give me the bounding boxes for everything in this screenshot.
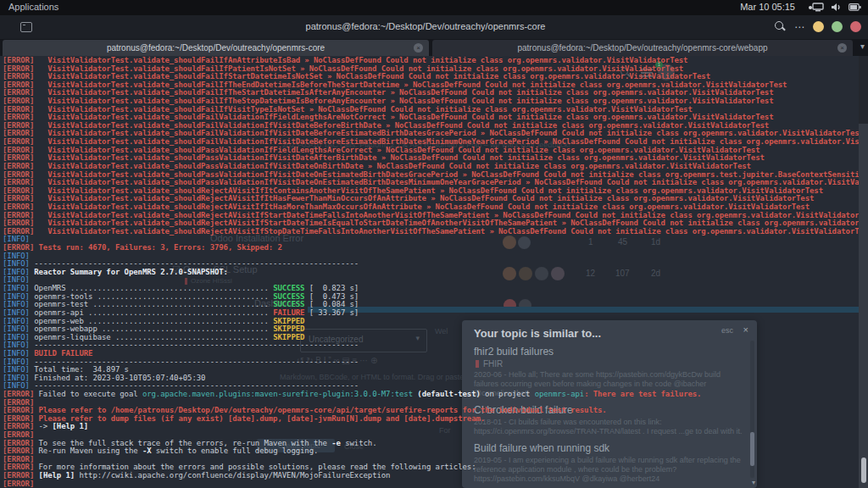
terminal-line: [INFO] — [3, 276, 859, 285]
screen-share-icon[interactable] — [812, 3, 824, 12]
terminal-line: [INFO] ---------------------------------… — [3, 341, 859, 350]
tab-close-icon[interactable]: × — [837, 43, 847, 53]
terminal-line: [ERROR] For more information about the e… — [3, 463, 859, 472]
terminal-line: [INFO] Finished at: 2023-03-10T05:07:40+… — [3, 374, 859, 383]
terminal-line: [INFO] openmrs-api .....................… — [3, 309, 859, 318]
terminal-line: [ERROR] Tests run: 4670, Failures: 3, Er… — [3, 244, 859, 252]
terminal-line: [INFO] BUILD FAILURE — [3, 350, 859, 358]
terminal-line: [ERROR] VisitValidatorTest.validate_shou… — [3, 163, 859, 171]
terminal-line: [ERROR] VisitValidatorTest.validate_shou… — [3, 219, 859, 228]
terminal-line: [ERROR] VisitValidatorTest.validate_shou… — [3, 147, 859, 155]
terminal-line: [INFO] openmrs-webapp ..................… — [3, 325, 859, 334]
window-title: patronus@fedora:~/Desktop/Dev/outreachy/… — [85, 21, 766, 31]
tab-label: patronus@fedora:~/Desktop/Dev/outreachy/… — [517, 43, 767, 53]
terminal-line: [ERROR] VisitValidatorTest.validate_shou… — [3, 73, 859, 81]
terminal-line: [ERROR] -> [Help 1] — [3, 423, 859, 431]
terminal-window-header[interactable]: patronus@fedora:~/Desktop/Dev/outreachy/… — [0, 15, 868, 39]
terminal-line: [INFO] openmrs-tools ...................… — [3, 293, 859, 302]
terminal-line: [ERROR] — [3, 399, 859, 408]
system-tray[interactable] — [812, 3, 861, 12]
window-minimize-button[interactable] — [813, 21, 824, 32]
terminal-line: [INFO] openmrs-liquibase ...............… — [3, 334, 859, 342]
terminal-line: [ERROR] VisitValidatorTest.validate_shou… — [3, 138, 859, 147]
terminal-line: [ERROR] VisitValidatorTest.validate_shou… — [3, 212, 859, 220]
terminal-line: [ERROR] — [3, 456, 859, 464]
terminal-app-icon — [20, 22, 32, 32]
terminal-tab-bar: patronus@fedora:~/Desktop/Dev/outreachy/… — [0, 39, 868, 56]
terminal-line: [ERROR] VisitValidatorTest.validate_shou… — [3, 228, 859, 236]
terminal-line: [ERROR] VisitValidatorTest.validate_shou… — [3, 65, 859, 74]
desktop: Applications Mar 10 05:15 patronus@fedor… — [0, 0, 868, 488]
volume-icon[interactable] — [831, 3, 842, 12]
terminal-line: [ERROR] VisitValidatorTest.validate_shou… — [3, 114, 859, 122]
terminal-menu-icon[interactable]: ⋯ — [794, 21, 805, 33]
browser-scrollbar-thumb[interactable] — [861, 458, 866, 483]
terminal-line: [ERROR] VisitValidatorTest.validate_shou… — [3, 203, 859, 212]
window-close-button[interactable] — [850, 21, 861, 32]
terminal-line: [ERROR] To see the full stack trace of t… — [3, 440, 859, 448]
terminal-line: [INFO] — [3, 236, 859, 244]
tab-openmrs-core-webapp[interactable]: patronus@fedora:~/Desktop/Dev/outreachy/… — [432, 40, 853, 56]
terminal-line: [INFO] openmrs-web .....................… — [3, 318, 859, 326]
terminal-line: [INFO] — [3, 252, 859, 261]
terminal-output[interactable]: [ERROR] VisitValidatorTest.validate_shou… — [3, 57, 859, 488]
terminal-line: [ERROR] VisitValidatorTest.validate_shou… — [3, 195, 859, 203]
terminal-line: [ERROR] VisitValidatorTest.validate_shou… — [3, 106, 859, 114]
tab-list-chevron-icon[interactable]: ▾ — [860, 42, 865, 51]
terminal-line: [ERROR] VisitValidatorTest.validate_shou… — [3, 97, 859, 106]
terminal-line: [INFO] ---------------------------------… — [3, 382, 859, 391]
terminal-body[interactable]: 1 2023-03-10 TAC calls: Platform 2.7 & A… — [0, 56, 859, 488]
terminal-search-icon[interactable] — [774, 20, 787, 33]
clock[interactable]: Mar 10 05:15 — [740, 2, 795, 12]
applications-menu[interactable]: Applications — [8, 2, 58, 12]
terminal-line: [ERROR] VisitValidatorTest.validate_shou… — [3, 187, 859, 196]
terminal-line: [INFO] ---------------------------------… — [3, 260, 859, 269]
tab-close-icon[interactable]: × — [414, 43, 423, 53]
terminal-line: [INFO] OpenMRS .........................… — [3, 285, 859, 293]
terminal-line: [ERROR] VisitValidatorTest.validate_shou… — [3, 81, 859, 90]
terminal-line: [ERROR] VisitValidatorTest.validate_shou… — [3, 130, 859, 138]
terminal-line: [INFO] Reactor Summary for OpenMRS 2.7.0… — [3, 269, 859, 277]
terminal-line: [ERROR] VisitValidatorTest.validate_shou… — [3, 122, 859, 130]
terminal-line: [ERROR] VisitValidatorTest.validate_shou… — [3, 154, 859, 163]
battery-icon[interactable] — [849, 3, 861, 11]
terminal-line: [INFO] openmrs-test ....................… — [3, 301, 859, 309]
terminal-line: [ERROR] Re-run Maven using the -X switch… — [3, 447, 859, 456]
terminal-line: [ERROR] VisitValidatorTest.validate_shou… — [3, 57, 859, 65]
terminal-line: [ERROR] — [3, 431, 859, 440]
terminal-line: [ERROR] Please refer to /home/patronus/D… — [3, 407, 859, 415]
terminal-line: [ERROR] [Help 1] http://cwiki.apache.org… — [3, 472, 859, 480]
terminal-line: [ERROR] VisitValidatorTest.validate_shou… — [3, 179, 859, 187]
terminal-line: [ERROR] Failed to execute goal org.apach… — [3, 391, 859, 399]
terminal-line: [ERROR] VisitValidatorTest.validate_shou… — [3, 89, 859, 97]
tab-openmrs-core[interactable]: patronus@fedora:~/Desktop/Dev/outreachy/… — [3, 40, 429, 56]
terminal-line: [INFO] ---------------------------------… — [3, 358, 859, 367]
browser-edge-strip — [859, 56, 868, 488]
gnome-top-bar: Applications Mar 10 05:15 — [0, 0, 868, 15]
terminal-line: [ERROR] Please refer to dump files (if a… — [3, 415, 859, 424]
terminal-line: [INFO] Total time: 34.897 s — [3, 366, 859, 374]
tab-label: patronus@fedora:~/Desktop/Dev/outreachy/… — [107, 43, 325, 53]
window-maximize-button[interactable] — [832, 21, 843, 32]
terminal-line: [ERROR] — [3, 480, 859, 488]
terminal-line: [ERROR] VisitValidatorTest.validate_shou… — [3, 171, 859, 180]
